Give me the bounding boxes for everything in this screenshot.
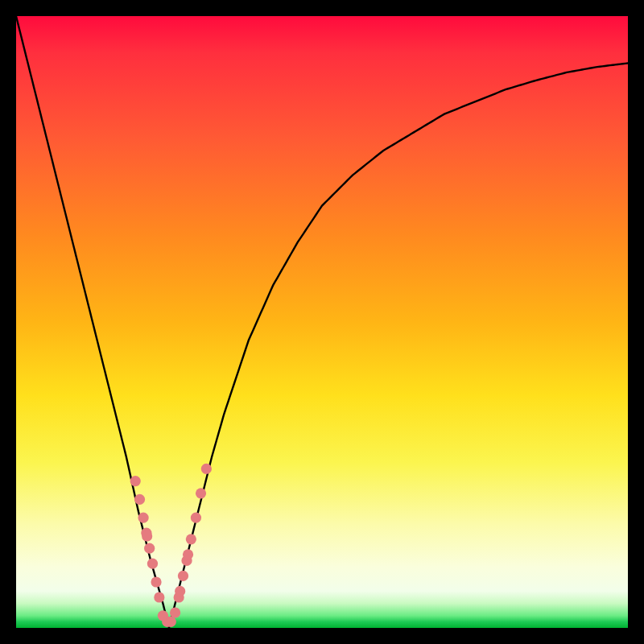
data-point [191,513,201,523]
data-point [178,571,188,581]
data-point [142,530,152,541]
data-point [147,559,158,569]
bottleneck-curve [16,16,628,628]
data-point [154,592,164,602]
data-point [130,476,141,486]
data-point [138,513,148,523]
watermark-text: TheBottleneck.com [484,2,625,20]
data-point [201,464,212,474]
data-point [183,549,193,559]
data-point [151,576,161,587]
data-point [144,543,155,554]
data-point [166,617,176,627]
data-point [134,494,145,505]
data-point [186,534,196,544]
chart-frame: TheBottleneck.com [0,0,644,644]
data-point [175,586,185,597]
data-point [196,488,206,498]
data-point [170,607,180,617]
bottleneck-curve-plot [16,16,628,628]
